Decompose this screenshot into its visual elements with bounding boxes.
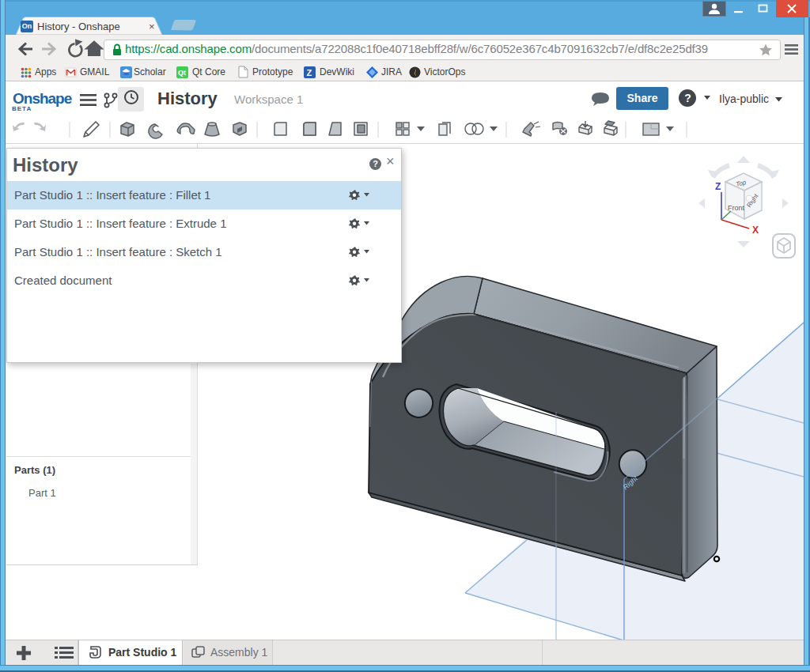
svg-text:X: X	[752, 225, 759, 236]
svg-text:Front: Front	[728, 204, 745, 212]
svg-text:Qt: Qt	[178, 69, 186, 77]
svg-text:Z: Z	[715, 181, 721, 192]
svg-text:?: ?	[684, 92, 691, 104]
svg-text:Z: Z	[307, 68, 312, 77]
